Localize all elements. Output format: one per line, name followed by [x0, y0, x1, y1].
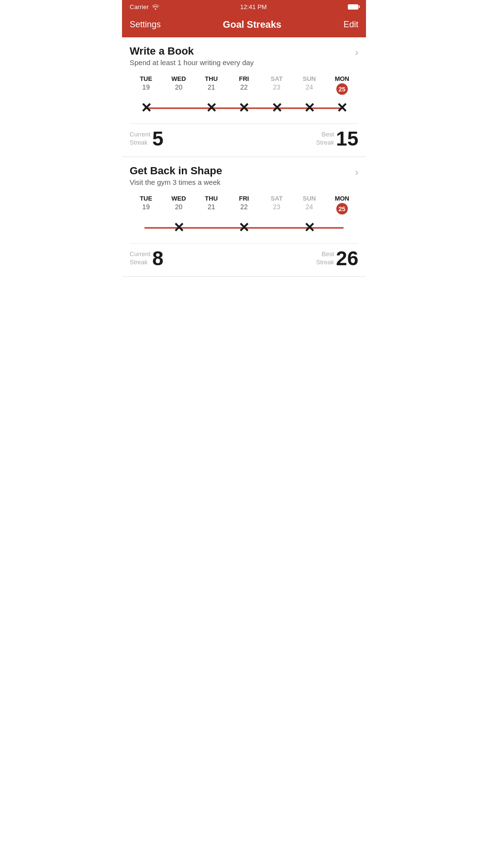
day-col-tue-1: TUE 19: [130, 75, 162, 94]
day-number-sat-1: 23: [273, 83, 280, 91]
day-number-fri-2: 22: [240, 203, 248, 211]
x-mark-thu-1: ✕: [195, 101, 228, 115]
x-mark-mon-1: ✕: [326, 101, 358, 115]
best-streak-stat-2: BestStreak 26: [316, 248, 358, 269]
status-bar-left: Carrier: [130, 3, 159, 11]
day-col-fri-2: FRI 22: [228, 195, 260, 214]
x-mark-fri-1: ✕: [228, 101, 260, 115]
goal-description-1: Spend at least 1 hour writing every day: [130, 58, 350, 67]
goal-title-1: Write a Book: [130, 45, 350, 57]
today-badge-2: 25: [336, 203, 348, 214]
day-label-tue-1: TUE: [140, 75, 152, 82]
status-bar: Carrier 12:41 PM: [122, 0, 366, 13]
day-col-sat-1: SAT 23: [260, 75, 293, 94]
current-streak-label-2: CurrentStreak: [130, 250, 150, 267]
battery-icon: [348, 4, 358, 10]
day-label-sun-1: SUN: [303, 75, 316, 82]
day-number-tue-2: 19: [142, 203, 150, 211]
day-label-tue-2: TUE: [140, 195, 152, 202]
today-badge-1: 25: [336, 83, 348, 95]
day-col-sun-1: SUN 24: [293, 75, 325, 94]
goal-description-2: Visit the gym 3 times a week: [130, 178, 350, 186]
x-mark-sat-1: ✕: [260, 101, 293, 115]
day-col-thu-2: THU 21: [195, 195, 228, 214]
goal-info-2: Get Back in Shape Visit the gym 3 times …: [130, 165, 350, 193]
content-area: Write a Book Spend at least 1 hour writi…: [122, 37, 366, 277]
goal-header-1: Write a Book Spend at least 1 hour writi…: [130, 45, 358, 73]
days-header-row-1: TUE 19 WED 20 THU 21 FRI 22 SAT 23 SUN 2…: [130, 75, 358, 98]
goal-card-write-a-book[interactable]: Write a Book Spend at least 1 hour writi…: [122, 37, 366, 157]
x-mark-sat-2: [260, 221, 293, 235]
goal-card-get-back-in-shape[interactable]: Get Back in Shape Visit the gym 3 times …: [122, 157, 366, 277]
x-mark-thu-2: [195, 221, 228, 235]
goal-title-2: Get Back in Shape: [130, 165, 350, 177]
x-mark-mon-2: [326, 221, 358, 235]
edit-button[interactable]: Edit: [344, 20, 358, 30]
best-streak-label-1: BestStreak: [316, 131, 334, 147]
day-col-tue-2: TUE 19: [130, 195, 162, 214]
goal-header-2: Get Back in Shape Visit the gym 3 times …: [130, 165, 358, 193]
x-mark-sun-2: ✕: [293, 221, 325, 235]
day-number-fri-1: 22: [240, 83, 248, 91]
x-mark-wed-2: ✕: [162, 221, 195, 235]
day-label-mon-2: MON: [335, 195, 349, 202]
best-streak-number-2: 26: [336, 248, 358, 269]
x-mark-fri-2: ✕: [228, 221, 260, 235]
day-label-thu-1: THU: [205, 75, 218, 82]
streak-line-container-2: ✕ ✕ ✕: [130, 217, 358, 238]
day-number-wed-2: 20: [175, 203, 183, 211]
day-label-wed-1: WED: [171, 75, 186, 82]
day-label-mon-1: MON: [335, 75, 349, 82]
nav-bar: Settings Goal Streaks Edit: [122, 13, 366, 37]
day-label-wed-2: WED: [171, 195, 186, 202]
current-streak-stat-1: CurrentStreak 5: [130, 129, 164, 149]
day-col-sat-2: SAT 23: [260, 195, 293, 214]
x-mark-tue-2: [130, 221, 162, 235]
goal-info-1: Write a Book Spend at least 1 hour writi…: [130, 45, 350, 73]
day-number-sat-2: 23: [273, 203, 280, 211]
x-marks-row-2: ✕ ✕ ✕: [130, 221, 358, 235]
day-label-fri-2: FRI: [239, 195, 249, 202]
day-col-thu-1: THU 21: [195, 75, 228, 94]
carrier-label: Carrier: [130, 3, 149, 11]
settings-button[interactable]: Settings: [130, 20, 161, 30]
x-mark-wed-1: [162, 101, 195, 115]
day-number-thu-1: 21: [208, 83, 215, 91]
day-col-wed-1: WED 20: [162, 75, 195, 94]
streak-line-container-1: ✕ ✕ ✕ ✕ ✕ ✕: [130, 98, 358, 119]
day-number-tue-1: 19: [142, 83, 150, 91]
current-streak-number-2: 8: [152, 248, 163, 269]
day-label-sun-2: SUN: [303, 195, 316, 202]
day-col-wed-2: WED 20: [162, 195, 195, 214]
days-header-row-2: TUE 19 WED 20 THU 21 FRI 22 SAT 23 SUN 2…: [130, 195, 358, 217]
x-marks-row-1: ✕ ✕ ✕ ✕ ✕ ✕: [130, 101, 358, 115]
time-label: 12:41 PM: [240, 3, 267, 11]
current-streak-label-1: CurrentStreak: [130, 131, 150, 147]
day-number-sun-1: 24: [306, 83, 313, 91]
current-streak-number-1: 5: [152, 129, 163, 149]
day-label-sat-1: SAT: [271, 75, 283, 82]
chevron-right-icon-1: ›: [355, 47, 358, 58]
page-title: Goal Streaks: [223, 19, 281, 30]
x-mark-tue-1: ✕: [130, 101, 162, 115]
day-label-thu-2: THU: [205, 195, 218, 202]
current-streak-stat-2: CurrentStreak 8: [130, 248, 164, 269]
x-mark-sun-1: ✕: [293, 101, 325, 115]
streak-stats-2: CurrentStreak 8 BestStreak 26: [130, 243, 358, 276]
best-streak-stat-1: BestStreak 15: [316, 129, 358, 149]
best-streak-label-2: BestStreak: [316, 250, 334, 267]
day-number-thu-2: 21: [208, 203, 215, 211]
chevron-right-icon-2: ›: [355, 167, 358, 178]
streak-stats-1: CurrentStreak 5 BestStreak 15: [130, 124, 358, 157]
day-number-wed-1: 20: [175, 83, 183, 91]
day-col-mon-1: MON 25: [326, 75, 358, 98]
day-label-sat-2: SAT: [271, 195, 283, 202]
best-streak-number-1: 15: [336, 129, 358, 149]
day-number-sun-2: 24: [306, 203, 313, 211]
day-col-mon-2: MON 25: [326, 195, 358, 217]
day-col-sun-2: SUN 24: [293, 195, 325, 214]
wifi-icon: [152, 4, 159, 10]
day-label-fri-1: FRI: [239, 75, 249, 82]
day-col-fri-1: FRI 22: [228, 75, 260, 94]
